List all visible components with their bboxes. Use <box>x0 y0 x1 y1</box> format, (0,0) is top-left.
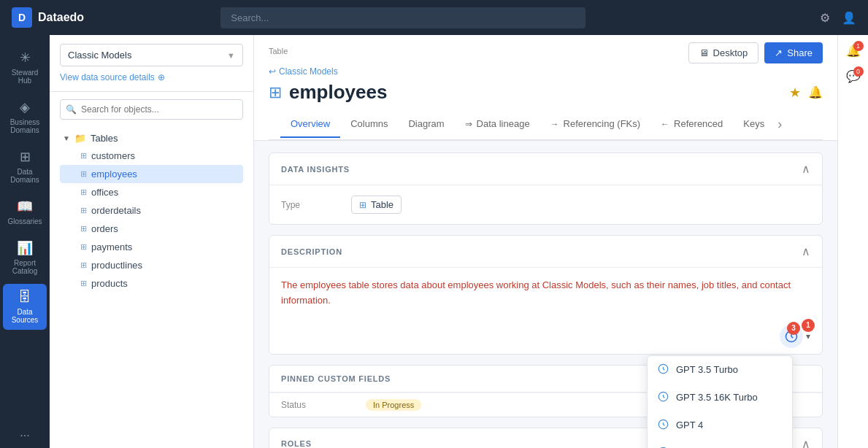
sidebar-item-data-sources[interactable]: 🗄 Data Sources <box>3 284 47 330</box>
breadcrumb: Table <box>269 47 288 55</box>
panel-search: 🔍 <box>60 99 243 120</box>
table-type-icon: ⊞ <box>359 200 366 210</box>
sidebar-item-steward-hub[interactable]: ✳ Steward Hub <box>3 44 47 90</box>
glossaries-icon: 📖 <box>17 198 33 215</box>
source-link-label: Classic Models <box>279 66 338 77</box>
sidebar-more[interactable]: ... <box>20 426 29 439</box>
search-icon: 🔍 <box>66 104 77 115</box>
tables-section-label: Tables <box>91 133 118 144</box>
gpt-icon <box>658 419 669 432</box>
ai-badge-3: 3 <box>787 322 800 335</box>
tree-item-label: products <box>91 278 128 289</box>
sidebar-item-label: Business Domains <box>6 118 44 134</box>
brand-name: Dataedo <box>38 11 84 24</box>
tables-section-header[interactable]: ▼ 📁 Tables <box>60 130 243 147</box>
table-icon: ⊞ <box>80 279 87 288</box>
dropdown-item-gpt4-turbo-model[interactable]: GPT 4 Turbo Model <box>648 439 792 448</box>
folder-icon: 📁 <box>74 133 86 144</box>
table-icon: ⊞ <box>80 151 87 161</box>
brand-icon: D <box>12 7 32 28</box>
pinned-fields-title: PINNED CUSTOM FIELDS <box>281 374 391 383</box>
object-title-icon: ⊞ <box>269 83 282 102</box>
ai-dropdown-chevron[interactable]: ▾ <box>806 331 810 341</box>
tree-item-label: offices <box>91 187 118 198</box>
type-value-text: Table <box>371 199 393 210</box>
source-breadcrumb[interactable]: ↩ Classic Models <box>269 66 823 77</box>
settings-icon[interactable]: ⚙ <box>820 11 830 25</box>
tree-item-label: orders <box>91 223 118 234</box>
data-insights-header: DATA INSIGHTS ∧ <box>269 153 822 185</box>
table-icon: ⊞ <box>80 188 87 197</box>
sidebar-item-glossaries[interactable]: 📖 Glossaries <box>3 193 47 231</box>
description-collapse-icon[interactable]: ∧ <box>802 244 810 258</box>
tree-item-customers[interactable]: ⊞ customers <box>60 147 243 165</box>
data-insights-body: Type ⊞ Table <box>269 185 822 224</box>
tree-item-offices[interactable]: ⊞ offices <box>60 183 243 201</box>
tab-keys[interactable]: Keys <box>733 111 775 138</box>
tab-overview[interactable]: Overview <box>280 111 340 138</box>
data-insights-section: DATA INSIGHTS ∧ Type ⊞ Table <box>269 152 823 225</box>
description-title: DESCRIPTION <box>281 247 342 256</box>
main-content-area: Table 🖥 Desktop ↗ Share ↩ Classic Models <box>254 35 837 448</box>
business-domains-icon: ◈ <box>20 99 30 115</box>
roles-toggle-icon[interactable]: ∧ <box>802 437 810 448</box>
navbar-icons: ⚙ 👤 <box>820 11 856 25</box>
tab-more-icon[interactable]: › <box>775 109 785 139</box>
tab-columns[interactable]: Columns <box>340 111 398 138</box>
tree-item-employees[interactable]: ⊞ employees <box>60 165 243 183</box>
description-section: DESCRIPTION ∧ The employees table stores… <box>269 235 823 355</box>
datasource-dropdown[interactable]: Classic Models ▼ <box>60 44 243 66</box>
tab-referenced[interactable]: ← Referenced <box>650 111 733 138</box>
desktop-label: Desktop <box>713 47 748 58</box>
sidebar-item-business-domains[interactable]: ◈ Business Domains <box>3 93 47 140</box>
dropdown-item-gpt35-turbo[interactable]: GPT 3.5 Turbo <box>648 356 792 384</box>
ai-model-dropdown: GPT 3.5 Turbo GPT 3.5 16K Turbo <box>647 355 793 448</box>
data-sources-icon: 🗄 <box>18 290 31 305</box>
section-collapse-icon[interactable]: ∧ <box>802 162 810 176</box>
notification-icon[interactable]: 🔔 1 <box>846 44 861 58</box>
tree-item-label: customers <box>91 150 135 161</box>
tree-item-payments[interactable]: ⊞ payments <box>60 238 243 256</box>
desktop-button[interactable]: 🖥 Desktop <box>688 42 759 63</box>
share-label: Share <box>787 47 813 58</box>
source-arrow-icon: ↩ <box>269 66 276 77</box>
roles-title: ROLES <box>281 439 312 448</box>
global-search-input[interactable] <box>220 7 585 28</box>
tree-item-orderdetails[interactable]: ⊞ orderdetails <box>60 201 243 220</box>
user-icon[interactable]: 👤 <box>842 11 856 25</box>
share-button[interactable]: ↗ Share <box>764 42 823 63</box>
chat-icon[interactable]: 💬 0 <box>846 69 861 83</box>
tab-referencing-label: Referencing (FKs) <box>564 118 640 129</box>
dropdown-item-gpt35-16k-turbo[interactable]: GPT 3.5 16K Turbo <box>648 384 792 412</box>
favorite-icon[interactable]: ★ <box>789 85 801 101</box>
status-label: Status <box>281 400 354 410</box>
tree-item-orders[interactable]: ⊞ orders <box>60 220 243 238</box>
tab-referenced-label: Referenced <box>674 118 723 129</box>
dropdown-item-label: GPT 3.5 16K Turbo <box>676 392 758 403</box>
dropdown-item-gpt4[interactable]: GPT 4 <box>648 412 792 439</box>
expand-icon: ▼ <box>63 134 70 142</box>
description-text: The employees table stores data about em… <box>281 278 810 309</box>
tab-referencing[interactable]: → Referencing (FKs) <box>540 111 650 138</box>
panel: Classic Models ▼ View data source detail… <box>50 35 254 448</box>
alert-icon[interactable]: 🔔 <box>808 85 823 99</box>
openai-icon <box>658 363 669 374</box>
view-source-label: View data source details <box>60 72 155 82</box>
desktop-icon: 🖥 <box>699 47 709 58</box>
dropdown-item-label: GPT 3.5 Turbo <box>676 364 738 375</box>
sidebar-left: ✳ Steward Hub ◈ Business Domains ⊞ Data … <box>0 35 50 448</box>
report-catalog-icon: 📊 <box>17 240 33 256</box>
gpt-icon <box>658 391 669 404</box>
referenced-icon: ← <box>661 119 669 129</box>
object-search-input[interactable] <box>60 99 243 120</box>
sidebar-item-label: Data Domains <box>6 168 44 184</box>
global-search <box>220 7 585 28</box>
tab-diagram[interactable]: Diagram <box>398 111 454 138</box>
sidebar-item-report-catalog[interactable]: 📊 Report Catalog <box>3 234 47 281</box>
sidebar-item-data-domains[interactable]: ⊞ Data Domains <box>3 143 47 190</box>
view-source-link[interactable]: View data source details ⊕ <box>60 72 243 82</box>
tab-data-lineage[interactable]: ⇒ Data lineage <box>455 111 540 138</box>
tree-item-productlines[interactable]: ⊞ productlines <box>60 256 243 274</box>
tree-item-products[interactable]: ⊞ products <box>60 274 243 293</box>
table-icon: ⊞ <box>80 260 87 270</box>
